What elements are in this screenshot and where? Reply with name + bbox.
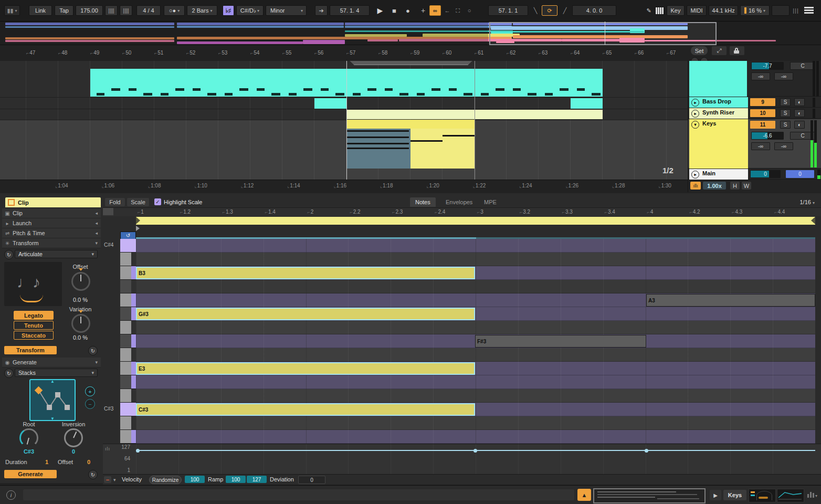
lane-remove-icon[interactable]: − [104, 476, 111, 483]
track-header-partial[interactable]: -7.7 C -∞ -∞ [688, 61, 821, 97]
io-meter-icon[interactable]: ▾ [807, 490, 817, 499]
root-value[interactable]: C#3 [10, 448, 47, 455]
bar-number[interactable]: 48 [58, 50, 67, 56]
zoom-to-fit-icon[interactable]: ⤢ [712, 46, 727, 55]
piano-key-B3[interactable] [120, 266, 136, 280]
keys-clip-selected-region[interactable] [346, 129, 410, 169]
piano-key-G#3[interactable] [120, 307, 136, 321]
keys-clip-titlebar[interactable] [346, 120, 475, 129]
bar-number[interactable]: 54 [250, 50, 259, 56]
device-play-icon[interactable]: ▶ [710, 490, 721, 500]
bar-number[interactable]: 51 [154, 50, 163, 56]
loop-end-handle[interactable] [811, 217, 815, 224]
piano-key-D#3[interactable] [120, 375, 136, 389]
keys-track-number[interactable]: 11 [750, 121, 775, 129]
piano-key-B2[interactable] [120, 430, 136, 444]
device-thumbnail-1[interactable] [749, 489, 776, 502]
capture-midi-button[interactable]: ○ [464, 5, 475, 16]
piano-key-C4[interactable] [120, 253, 136, 266]
zoom-width-button[interactable]: W [742, 182, 751, 190]
playback-speed-field[interactable]: 1.00x [703, 182, 726, 190]
lock-icon[interactable] [730, 46, 744, 55]
draw-mode-pencil-icon[interactable]: ✎ [644, 5, 654, 16]
track-header-keys[interactable]: ▾Keys 11 S ◐ -6.6 C -∞ -∞ [688, 119, 821, 169]
remove-stack-icon[interactable]: − [85, 399, 95, 409]
bar-number[interactable]: 66 [635, 50, 644, 56]
piano-key-C3[interactable] [120, 416, 136, 430]
arrangement-lanes[interactable]: 1/2 [0, 61, 688, 180]
piano-key-F3[interactable] [120, 348, 136, 362]
bar-number[interactable]: 47 [26, 50, 35, 56]
tempo-field[interactable]: 175.00 [76, 5, 103, 16]
transform-refresh-icon[interactable]: ↻ [4, 250, 14, 259]
synth-riser-track-number[interactable]: 10 [750, 109, 775, 117]
computer-midi-keyboard-icon[interactable] [655, 7, 665, 15]
velocity-node[interactable] [645, 449, 648, 453]
nudge-down-button[interactable]: |||| [105, 5, 118, 16]
loop-start-handle[interactable] [136, 217, 140, 224]
clip-loop-bar[interactable] [136, 217, 815, 225]
partial-send-b[interactable]: -∞ [774, 72, 793, 80]
bar-number[interactable]: 67 [667, 50, 676, 56]
midi-map-button[interactable]: MIDI [687, 5, 707, 16]
piano-key-E3[interactable] [120, 362, 136, 375]
bar-number[interactable]: 61 [475, 50, 483, 56]
generate-apply-button[interactable]: Generate [4, 470, 57, 478]
transform-apply-button[interactable]: Transform [4, 346, 57, 354]
collapse-icon[interactable]: ◂ [95, 211, 98, 216]
midi-note-A3[interactable]: A3 [646, 294, 815, 307]
key-map-button[interactable]: Key [667, 5, 685, 16]
punch-in-icon[interactable]: ╲ [530, 5, 541, 16]
main-gain-field[interactable]: 0 [750, 170, 781, 178]
randomize-amount-field[interactable]: 100 [185, 476, 205, 483]
midi-note-G#3[interactable]: G#3 [136, 308, 475, 320]
duration-value[interactable]: 1 [45, 459, 48, 465]
bar-number[interactable]: 64 [571, 50, 580, 56]
piano-key-C#4[interactable] [120, 239, 136, 253]
ramp-to-field[interactable]: 127 [247, 476, 267, 483]
grid-value-menu[interactable]: 1/16 ▾ [800, 199, 815, 205]
loop-start-field[interactable]: 57. 1. 1 [488, 5, 528, 16]
expand-icon[interactable]: ▾ [95, 240, 98, 246]
highlight-scale-checkbox[interactable]: ✓ [154, 198, 161, 205]
bass-drop-track-number[interactable]: 9 [750, 98, 775, 106]
bar-number[interactable]: 59 [410, 50, 419, 56]
zoom-height-button[interactable]: H [730, 182, 740, 190]
stop-button[interactable]: ■ [388, 5, 400, 16]
record-button[interactable]: ● [402, 5, 414, 16]
legato-mode-button[interactable]: Legato [14, 311, 54, 320]
note-grid[interactable]: B3A3G#3F#3E3C#3 [136, 239, 815, 444]
re-enable-automation-button[interactable]: ← [442, 5, 452, 16]
midi-note-F#3[interactable]: F#3 [475, 335, 646, 348]
clip-start-marker-icon[interactable] [136, 226, 140, 231]
transform-preset-dropdown[interactable]: Articulate▾ [15, 250, 98, 258]
tab-envelopes[interactable]: Envelopes [440, 197, 478, 207]
bar-number[interactable]: 52 [186, 50, 195, 56]
set-locator-button[interactable]: Set [691, 46, 708, 55]
piano-key-F#3[interactable] [120, 334, 136, 348]
bar-number[interactable]: 60 [443, 50, 451, 56]
piano-key-A#3[interactable] [120, 280, 136, 293]
bar-number[interactable]: 55 [282, 50, 291, 56]
section-pitch-time[interactable]: ⇌Pitch & Time◂ [2, 228, 101, 238]
follow-button[interactable]: ➔ [315, 5, 328, 16]
keys-send-a[interactable]: -∞ [751, 142, 770, 150]
section-launch[interactable]: ▸Launch◂ [2, 218, 101, 228]
session-record-fit-icon[interactable]: ⛶ [452, 5, 463, 16]
bar-number[interactable]: 58 [378, 50, 387, 56]
variation-knob[interactable] [71, 314, 90, 333]
bar-number[interactable]: 49 [90, 50, 99, 56]
clip-loop-toggle[interactable]: ↺ [120, 232, 136, 239]
bar-number[interactable]: 62 [507, 50, 515, 56]
track-play-icon[interactable]: ▸ [691, 99, 699, 107]
keys-solo-button[interactable]: S [780, 121, 791, 129]
track-play-icon[interactable]: ▸ [691, 171, 699, 178]
scale-button[interactable]: Scale [127, 198, 149, 206]
inversion-knob[interactable] [64, 428, 83, 447]
track-header-synth-riser[interactable]: ▸Synth Riser 10 S ◐ [688, 108, 821, 119]
bass-drop-clip-2[interactable] [571, 98, 603, 109]
arrangement-position-field[interactable]: 57. 1. 4 [330, 5, 370, 16]
info-icon[interactable]: i [6, 490, 16, 500]
tab-notes[interactable]: Notes [410, 197, 436, 207]
clip-view-toggle[interactable]: ▲ [577, 489, 591, 501]
